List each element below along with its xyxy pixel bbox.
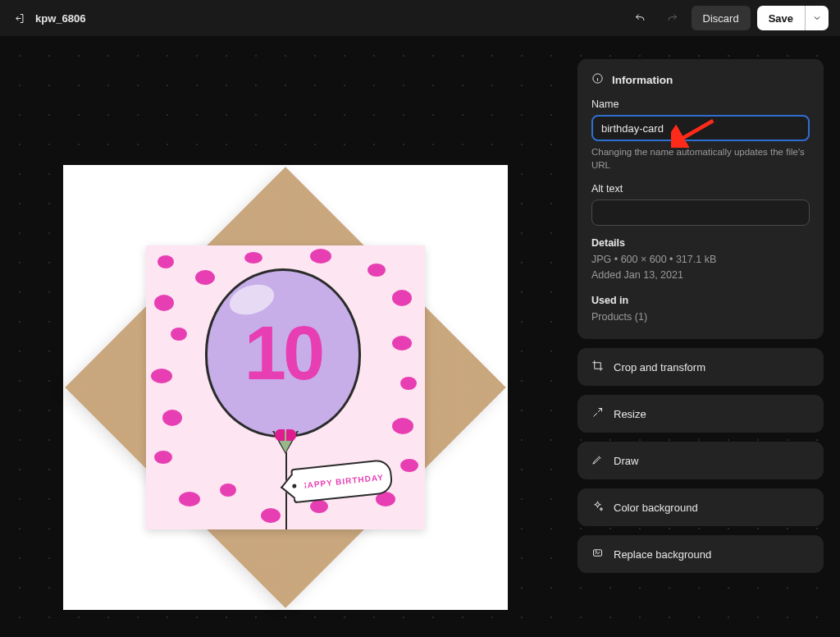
alt-text-label: Alt text: [591, 183, 810, 195]
resize-icon: [591, 406, 604, 421]
save-menu-chevron[interactable]: [805, 6, 829, 30]
details-label: Details: [591, 237, 810, 249]
file-title: kpw_6806: [35, 12, 85, 25]
tag-text: HAPPY BIRTHDAY: [300, 472, 384, 490]
balloon-graphic: 10 HAPPY BIRTHDAY: [205, 268, 366, 456]
name-input[interactable]: [591, 115, 810, 141]
crop-icon: [591, 360, 604, 374]
draw-label: Draw: [614, 455, 638, 467]
resize-action[interactable]: Resize: [578, 395, 824, 433]
information-heading: Information: [612, 74, 673, 86]
sparkle-icon: [591, 500, 604, 515]
image-preview[interactable]: 10 HAPPY BIRTHDAY: [63, 165, 508, 610]
color-background-label: Color background: [614, 502, 698, 514]
details-line: JPG • 600 × 600 • 317.1 kB: [591, 252, 810, 268]
undo-button[interactable]: [628, 6, 653, 30]
replace-background-label: Replace background: [614, 548, 711, 561]
discard-button[interactable]: Discard: [692, 6, 751, 30]
used-in-label: Used in: [591, 295, 810, 306]
color-background-action[interactable]: Color background: [578, 488, 824, 526]
added-line: Added Jan 13, 2021: [591, 268, 810, 283]
redo-button[interactable]: [660, 6, 685, 30]
balloon-number: 10: [208, 271, 358, 435]
crop-transform-label: Crop and transform: [614, 361, 705, 373]
alt-text-input[interactable]: [591, 199, 810, 226]
exit-icon[interactable]: [11, 6, 27, 30]
info-icon: [591, 72, 604, 87]
name-label: Name: [591, 99, 810, 110]
card-graphic: 10 HAPPY BIRTHDAY: [146, 245, 425, 529]
replace-background-action[interactable]: Replace background: [578, 535, 824, 573]
editor-canvas: 10 HAPPY BIRTHDAY: [16, 59, 555, 637]
save-button[interactable]: Save: [757, 6, 805, 30]
name-help-text: Changing the name automatically updates …: [591, 146, 810, 172]
resize-label: Resize: [614, 408, 646, 420]
used-in-value[interactable]: Products (1): [591, 309, 810, 325]
app-header: kpw_6806 Discard Save: [0, 0, 840, 36]
draw-icon: [591, 453, 604, 468]
replace-bg-icon: [591, 547, 604, 561]
information-panel: Information Name Changing the name autom…: [578, 59, 824, 339]
draw-action[interactable]: Draw: [578, 442, 824, 479]
svg-point-2: [596, 551, 596, 552]
editor-sidebar: Information Name Changing the name autom…: [578, 59, 824, 637]
crop-transform-action[interactable]: Crop and transform: [578, 348, 824, 386]
